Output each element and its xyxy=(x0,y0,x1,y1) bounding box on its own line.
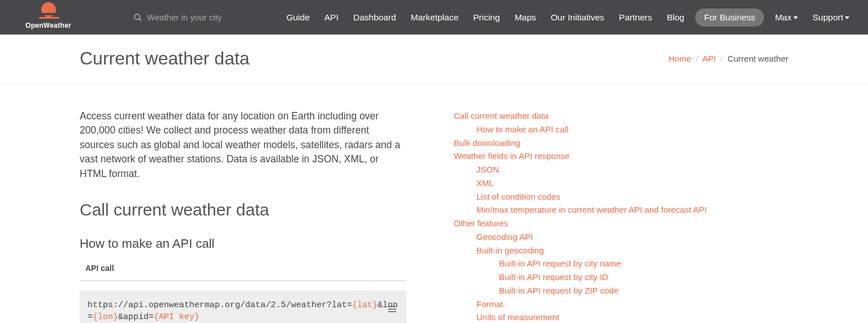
toc-other[interactable]: Other features xyxy=(454,217,788,230)
nav-maps[interactable]: Maps xyxy=(507,9,544,26)
toc-geocoding[interactable]: Geocoding API xyxy=(476,230,788,244)
toc-by-id[interactable]: Built-in API request by city ID xyxy=(499,270,788,284)
nav-initiatives[interactable]: Our Initiatives xyxy=(544,9,612,26)
nav-marketplace[interactable]: Marketplace xyxy=(403,9,466,26)
toc-by-zip[interactable]: Built-in API request by ZIP code xyxy=(499,284,788,298)
nav-business[interactable]: For Business xyxy=(695,8,764,27)
title-row: Current weather data Home / API / Curren… xyxy=(80,35,788,84)
breadcrumb: Home / API / Current weather xyxy=(669,54,788,63)
nav-partners[interactable]: Partners xyxy=(611,9,659,26)
svg-line-1 xyxy=(139,19,141,21)
nav-pricing[interactable]: Pricing xyxy=(466,9,507,26)
breadcrumb-sep: / xyxy=(696,54,698,63)
section-call-heading: Call current weather data xyxy=(80,200,406,219)
nav-blog[interactable]: Blog xyxy=(659,9,692,26)
svg-point-0 xyxy=(134,14,140,19)
logo-icon xyxy=(38,6,59,19)
search-icon xyxy=(133,13,142,22)
search-input[interactable] xyxy=(147,12,260,22)
main-content: Access current weather data for any loca… xyxy=(80,109,429,323)
nav-user-menu[interactable]: Max xyxy=(767,9,805,26)
nav-dashboard[interactable]: Dashboard xyxy=(346,9,403,26)
toc-fields[interactable]: Weather fields in API response xyxy=(454,149,788,163)
code-segment: &appid= xyxy=(118,312,154,322)
code-segment: https://api.openweathermap.org/data/2.5/… xyxy=(88,300,352,310)
toc-sidebar: Call current weather data How to make an… xyxy=(429,109,788,323)
breadcrumb-current: Current weather xyxy=(727,54,788,63)
subsection-how-heading: How to make an API call xyxy=(80,236,406,251)
toc-codes[interactable]: List of condition codes xyxy=(476,190,788,204)
api-call-label: API call xyxy=(80,264,406,281)
nav-support-menu[interactable]: Support xyxy=(805,9,857,26)
nav-user-label: Max xyxy=(775,12,791,22)
nav-api[interactable]: API xyxy=(317,9,346,26)
brand-name: OpenWeather xyxy=(25,21,71,29)
toc-bulk[interactable]: Bulk downloading xyxy=(454,136,788,150)
chevron-down-icon xyxy=(793,16,798,19)
copy-icon[interactable] xyxy=(387,305,397,317)
top-nav-bar: OpenWeather Guide API Dashboard Marketpl… xyxy=(0,0,868,35)
toc-minmax[interactable]: Min/max temperature in current weather A… xyxy=(476,203,788,217)
breadcrumb-home[interactable]: Home xyxy=(669,54,691,63)
toc-xml[interactable]: XML xyxy=(476,176,788,190)
api-call-code: https://api.openweathermap.org/data/2.5/… xyxy=(80,290,406,323)
code-param-lon: {lon} xyxy=(93,312,118,322)
toc-units[interactable]: Units of measurement xyxy=(476,311,788,323)
main-nav: Guide API Dashboard Marketplace Pricing … xyxy=(279,8,857,27)
breadcrumb-sep: / xyxy=(721,54,723,63)
code-param-key: {API key} xyxy=(154,312,199,322)
search-box[interactable] xyxy=(133,12,260,22)
nav-guide[interactable]: Guide xyxy=(279,9,317,26)
code-param-lat: {lat} xyxy=(352,300,377,310)
toc-how[interactable]: How to make an API call xyxy=(476,123,788,136)
toc-call[interactable]: Call current weather data xyxy=(454,109,788,123)
intro-text: Access current weather data for any loca… xyxy=(80,109,406,181)
chevron-down-icon xyxy=(845,16,849,19)
page-title: Current weather data xyxy=(80,48,250,69)
nav-support-label: Support xyxy=(813,12,843,22)
toc-json[interactable]: JSON xyxy=(476,163,788,176)
toc-builtin[interactable]: Built-in geocoding xyxy=(476,244,788,257)
brand-logo[interactable]: OpenWeather xyxy=(25,6,71,29)
toc-format[interactable]: Format xyxy=(476,298,788,311)
toc-by-name[interactable]: Built-in API request by city name xyxy=(499,257,788,270)
breadcrumb-api[interactable]: API xyxy=(702,54,716,63)
